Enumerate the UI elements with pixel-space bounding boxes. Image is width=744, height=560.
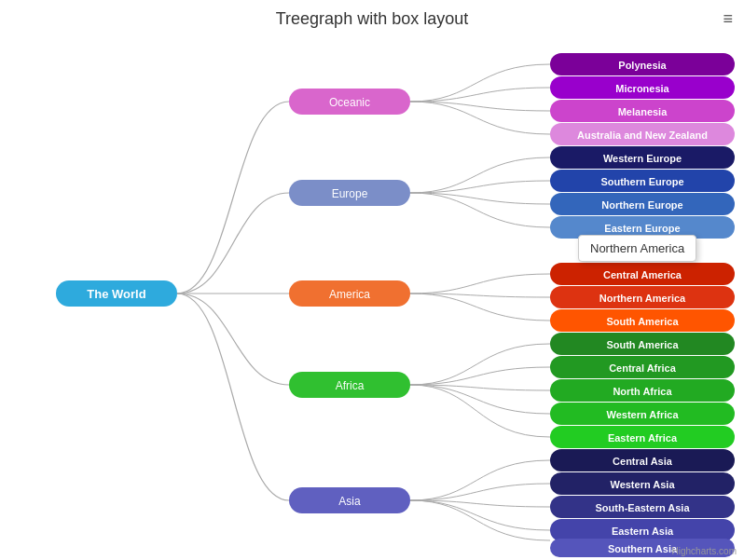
svg-text:Southern Europe: Southern Europe <box>600 176 683 187</box>
node-africa-label: Africa <box>336 379 365 392</box>
svg-text:Australia and New Zealand: Australia and New Zealand <box>577 130 708 141</box>
svg-text:Micronesia: Micronesia <box>615 83 669 94</box>
node-oceanic-label: Oceanic <box>329 96 370 109</box>
svg-text:North Africa: North Africa <box>613 386 672 397</box>
svg-text:Western Africa: Western Africa <box>606 409 679 420</box>
svg-text:Southern Asia: Southern Asia <box>608 543 678 554</box>
chart-container: Treegraph with box layout ≡ <box>0 0 744 560</box>
svg-text:Northern America: Northern America <box>599 293 686 304</box>
svg-text:Melanesia: Melanesia <box>618 106 668 117</box>
node-europe-label: Europe <box>332 187 368 200</box>
svg-text:Western Asia: Western Asia <box>610 479 675 490</box>
svg-text:Eastern Asia: Eastern Asia <box>612 526 674 537</box>
svg-text:South-Eastern Asia: South-Eastern Asia <box>595 502 690 513</box>
node-asia-label: Asia <box>338 495 361 508</box>
svg-text:Central Africa: Central Africa <box>609 362 677 374</box>
svg-text:South America: South America <box>606 339 679 350</box>
svg-text:Western Europe: Western Europe <box>603 153 682 164</box>
node-root-label: The World <box>87 287 145 301</box>
node-america-label: America <box>329 288 370 301</box>
tree-svg: The World Oceanic Europe America Africa … <box>0 0 744 560</box>
svg-text:Polynesia: Polynesia <box>618 60 667 71</box>
svg-text:Central Asia: Central Asia <box>613 456 673 467</box>
svg-text:Northern Europe: Northern Europe <box>601 199 682 211</box>
svg-text:Eastern Africa: Eastern Africa <box>608 432 678 444</box>
svg-text:Central America: Central America <box>603 269 682 280</box>
svg-text:South America: South America <box>606 316 679 327</box>
svg-text:Eastern Europe: Eastern Europe <box>604 223 680 234</box>
highcharts-credit: Highcharts.com <box>672 546 737 556</box>
